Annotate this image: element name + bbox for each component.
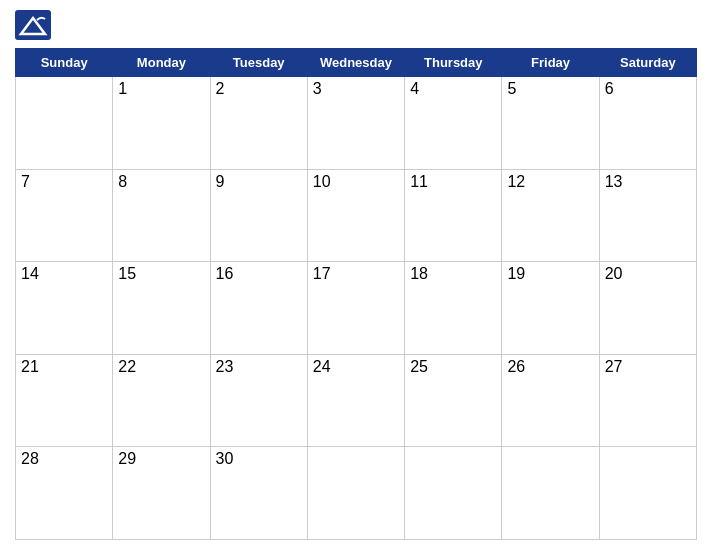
day-cell-4-2: 30: [210, 447, 307, 540]
day-cell-3-0: 21: [16, 354, 113, 447]
day-number-9: 9: [216, 173, 225, 190]
day-cell-3-5: 26: [502, 354, 599, 447]
day-number-18: 18: [410, 265, 428, 282]
weekday-monday: Monday: [113, 49, 210, 77]
day-number-20: 20: [605, 265, 623, 282]
day-number-25: 25: [410, 358, 428, 375]
week-row-1: 123456: [16, 77, 697, 170]
svg-rect-0: [15, 10, 51, 40]
day-cell-3-3: 24: [307, 354, 404, 447]
day-number-10: 10: [313, 173, 331, 190]
weekday-saturday: Saturday: [599, 49, 696, 77]
calendar-table: SundayMondayTuesdayWednesdayThursdayFrid…: [15, 48, 697, 540]
day-number-1: 1: [118, 80, 127, 97]
weekday-tuesday: Tuesday: [210, 49, 307, 77]
day-cell-2-4: 18: [405, 262, 502, 355]
logo-icon: [15, 10, 51, 40]
day-number-11: 11: [410, 173, 428, 190]
day-cell-3-2: 23: [210, 354, 307, 447]
day-cell-0-0: [16, 77, 113, 170]
day-cell-0-2: 2: [210, 77, 307, 170]
logo: [15, 10, 55, 40]
day-number-27: 27: [605, 358, 623, 375]
day-number-29: 29: [118, 450, 136, 467]
day-cell-1-6: 13: [599, 169, 696, 262]
day-number-23: 23: [216, 358, 234, 375]
day-cell-0-3: 3: [307, 77, 404, 170]
day-number-28: 28: [21, 450, 39, 467]
day-number-22: 22: [118, 358, 136, 375]
day-cell-2-6: 20: [599, 262, 696, 355]
day-cell-1-4: 11: [405, 169, 502, 262]
day-cell-2-2: 16: [210, 262, 307, 355]
day-cell-4-6: [599, 447, 696, 540]
day-number-26: 26: [507, 358, 525, 375]
day-number-7: 7: [21, 173, 30, 190]
day-number-19: 19: [507, 265, 525, 282]
week-row-3: 14151617181920: [16, 262, 697, 355]
day-number-21: 21: [21, 358, 39, 375]
day-cell-4-5: [502, 447, 599, 540]
day-cell-2-1: 15: [113, 262, 210, 355]
day-cell-1-2: 9: [210, 169, 307, 262]
day-cell-2-3: 17: [307, 262, 404, 355]
day-cell-0-4: 4: [405, 77, 502, 170]
day-cell-4-1: 29: [113, 447, 210, 540]
day-cell-0-6: 6: [599, 77, 696, 170]
day-number-5: 5: [507, 80, 516, 97]
day-number-13: 13: [605, 173, 623, 190]
day-cell-3-4: 25: [405, 354, 502, 447]
day-cell-3-1: 22: [113, 354, 210, 447]
day-number-2: 2: [216, 80, 225, 97]
week-row-2: 78910111213: [16, 169, 697, 262]
day-number-14: 14: [21, 265, 39, 282]
day-cell-0-5: 5: [502, 77, 599, 170]
weekday-thursday: Thursday: [405, 49, 502, 77]
weekday-sunday: Sunday: [16, 49, 113, 77]
day-number-6: 6: [605, 80, 614, 97]
day-cell-1-5: 12: [502, 169, 599, 262]
weekday-friday: Friday: [502, 49, 599, 77]
day-cell-2-0: 14: [16, 262, 113, 355]
day-cell-1-1: 8: [113, 169, 210, 262]
weekday-header-row: SundayMondayTuesdayWednesdayThursdayFrid…: [16, 49, 697, 77]
day-number-4: 4: [410, 80, 419, 97]
day-cell-4-0: 28: [16, 447, 113, 540]
day-number-3: 3: [313, 80, 322, 97]
calendar-header: [15, 10, 697, 40]
day-number-16: 16: [216, 265, 234, 282]
day-number-17: 17: [313, 265, 331, 282]
week-row-4: 21222324252627: [16, 354, 697, 447]
day-cell-2-5: 19: [502, 262, 599, 355]
day-number-12: 12: [507, 173, 525, 190]
day-number-30: 30: [216, 450, 234, 467]
weekday-wednesday: Wednesday: [307, 49, 404, 77]
day-cell-3-6: 27: [599, 354, 696, 447]
day-cell-0-1: 1: [113, 77, 210, 170]
day-number-24: 24: [313, 358, 331, 375]
day-number-15: 15: [118, 265, 136, 282]
day-cell-4-4: [405, 447, 502, 540]
day-cell-1-3: 10: [307, 169, 404, 262]
week-row-5: 282930: [16, 447, 697, 540]
day-cell-1-0: 7: [16, 169, 113, 262]
day-number-8: 8: [118, 173, 127, 190]
day-cell-4-3: [307, 447, 404, 540]
